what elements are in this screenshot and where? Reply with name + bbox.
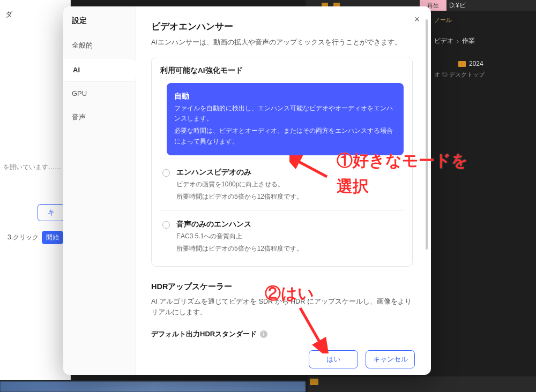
taskbar: [0, 381, 306, 392]
hdr-standard-row: デフォルト出力HDRスタンダード i: [151, 329, 413, 339]
nav-general[interactable]: 全般的: [63, 33, 136, 58]
nav-gpu[interactable]: GPU: [63, 82, 136, 105]
mode-video-label: エンハンスビデオのみ: [176, 168, 401, 177]
hdr-title: HDRアップスケーラー: [151, 282, 413, 292]
nav-audio[interactable]: 音声: [63, 105, 136, 130]
folder-name: 2024: [469, 60, 483, 67]
section-title: ビデオエンハンサー: [151, 20, 413, 33]
mode-auto-desc1: ファイルを自動的に検出し、エンハンス可能なビデオやオーディオをエンハンスします。: [174, 103, 396, 124]
tool-label: ノール: [434, 16, 452, 24]
folder-icon: [458, 61, 466, 67]
status-opening: を開いています……: [0, 163, 70, 172]
desktop-shortcut: オ ◎ デスクトップ: [434, 71, 485, 79]
scrollbar-thumb[interactable]: [426, 19, 428, 250]
modes-head: 利用可能なAI強化モード: [160, 66, 404, 76]
radio-video[interactable]: [162, 169, 170, 177]
breadcrumb-item[interactable]: ビデオ: [434, 36, 453, 46]
hdr-standard-label: デフォルト出力HDRスタンダード: [151, 329, 257, 339]
folder-label: ダ: [0, 5, 70, 24]
hdr-desc: AI アルゴリズムを通じてビデオを SDR から HDR にアップスケールし、画…: [151, 296, 413, 318]
folder-icon: [310, 379, 318, 385]
folder-item[interactable]: 2024: [458, 60, 483, 67]
hdr-section: HDRアップスケーラー AI アルゴリズムを通じてビデオを SDR から HDR…: [151, 282, 413, 339]
mode-video-row[interactable]: エンハンスビデオのみ ビデオの画質を1080pに向上させる。 所要時間はビデオの…: [160, 159, 404, 207]
mode-video-desc2: 所要時間はビデオの5倍から12倍程度です。: [176, 192, 401, 202]
start-button[interactable]: 開始: [42, 231, 63, 244]
ok-button[interactable]: はい: [309, 350, 358, 368]
left-panel: ダ を開いています…… キ 3.クリック 開始: [0, 0, 71, 380]
mode-auto-row[interactable]: 自動 ファイルを自動的に検出し、エンハンス可能なビデオやオーディオをエンハンスし…: [160, 83, 404, 155]
chevron-right-icon: ›: [457, 37, 459, 45]
mode-audio-label: 音声のみのエンハンス: [176, 220, 401, 229]
mode-audio-desc1: EAC3 5.1への音質向上: [176, 231, 401, 242]
settings-dialog: 設定 全般的 AI GPU 音声 × ビデオエンハンサー AIエンハンサーは、動…: [63, 6, 431, 375]
dialog-main: × ビデオエンハンサー AIエンハンサーは、動画の拡大や音声のアップミックスを行…: [136, 6, 431, 375]
mode-auto-desc2: 必要な時間は、ビデオとオーディオ、またはその両方をエンハンスする場合によって異な…: [174, 126, 396, 146]
mode-audio-row[interactable]: 音声のみのエンハンス EAC3 5.1への音質向上 所要時間はビデオの5倍から1…: [160, 210, 404, 259]
modes-card: 利用可能なAI強化モード 自動 ファイルを自動的に検出し、エンハンス可能なビデオ…: [151, 57, 413, 267]
partial-button[interactable]: キ: [38, 204, 64, 221]
dialog-sidebar: 設定 全般的 AI GPU 音声: [63, 6, 136, 375]
info-icon[interactable]: i: [260, 330, 267, 338]
drive-label: D:¥ビ: [449, 1, 466, 10]
bottom-strip: [308, 376, 536, 392]
dialog-footer: はい キャンセル: [309, 350, 415, 368]
mode-auto-label: 自動: [174, 92, 396, 101]
breadcrumb-item[interactable]: 作業: [462, 36, 475, 46]
section-desc: AIエンハンサーは、動画の拡大や音声のアップミックスを行うことができます。: [151, 38, 413, 47]
scrollbar[interactable]: [426, 19, 428, 362]
cancel-button[interactable]: キャンセル: [366, 350, 415, 368]
step-label: 3.クリック: [8, 233, 39, 242]
mode-audio-desc2: 所要時間はビデオの5倍から12倍程度です。: [176, 244, 401, 254]
breadcrumb[interactable]: ビデオ › 作業: [434, 36, 475, 46]
nav-ai[interactable]: AI: [63, 58, 136, 82]
dialog-title: 設定: [63, 14, 136, 33]
radio-audio[interactable]: [162, 221, 170, 229]
close-button[interactable]: ×: [412, 14, 422, 25]
mode-video-desc1: ビデオの画質を1080pに向上させる。: [176, 179, 401, 190]
